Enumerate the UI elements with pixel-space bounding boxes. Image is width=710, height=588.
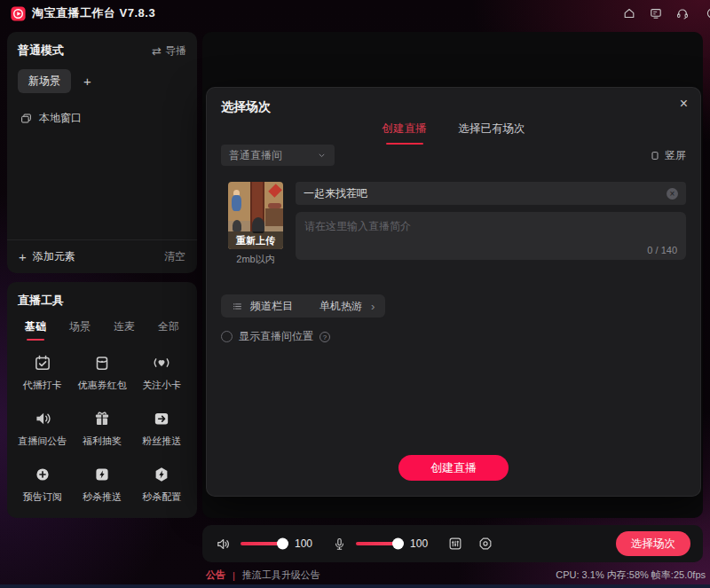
cover-art-counter [265,208,283,226]
chevron-down-icon [317,151,327,161]
portrait-label: 竖屏 [665,148,686,163]
clear-button[interactable]: 清空 [164,249,185,264]
show-location-option[interactable]: 显示直播间位置 ? [221,329,330,344]
notice-text: 推流工具升级公告 [242,568,320,582]
title-bar: 淘宝直播工作台 V7.8.3 [0,0,710,27]
announcement-icon [33,409,52,428]
mic-icon[interactable] [332,537,347,552]
volume-slider[interactable] [241,542,287,545]
director-label: 导播 [165,43,186,59]
room-type-select[interactable]: 普通直播间 [221,145,335,166]
clear-input-icon[interactable]: × [667,188,678,200]
announcement-bar[interactable]: 公告 | 推流工具升级公告 [206,568,320,582]
scene-panel-title: 普通模式 [18,43,64,59]
live-desc-input[interactable] [296,212,686,260]
tool-tab-scene[interactable]: 场景 [69,319,91,341]
swap-icon: ⇄ [152,44,162,58]
tab-create-live[interactable]: 创建直播 [383,122,427,145]
window-icon [20,112,33,125]
tool-seckill-push[interactable]: 秒杀推送 [72,465,131,504]
red-packet-icon [92,353,112,372]
volume-value: 100 [295,537,312,550]
tool-follow-card[interactable]: 关注小卡 [132,353,192,392]
cover-size-hint: 2mb以内 [228,253,283,266]
fan-push-icon [152,409,171,428]
tool-seckill-config[interactable]: 秒杀配置 [132,465,192,504]
help-icon[interactable]: ? [320,332,330,342]
tool-tab-basic[interactable]: 基础 [25,319,46,341]
home-icon[interactable] [622,6,636,20]
modal-title: 选择场次 [221,99,271,115]
gift-icon [92,409,112,428]
chevron-right-icon: › [371,300,375,313]
tool-fan-push[interactable]: 粉丝推送 [132,409,192,448]
category-label: 频道栏目 [250,299,293,314]
volume-slider-knob[interactable] [277,538,288,550]
tool-preview-subscribe[interactable]: 预告订阅 [12,465,72,504]
close-icon[interactable]: × [680,96,688,112]
location-label: 显示直播间位置 [239,329,313,344]
performance-stats: CPU: 3.1% 内存:58% 帧率:25.0fps [556,568,706,582]
live-tools-panel: 直播工具 基础 场景 连麦 全部 代播打卡 [7,282,197,518]
cover-art-ornament [269,184,283,198]
tool-welfare-lottery[interactable]: 福利抽奖 [72,409,131,448]
tools-panel-title: 直播工具 [18,293,64,309]
tool-room-announcement[interactable]: 直播间公告 [12,409,72,448]
reupload-button[interactable]: 重新上传 [228,231,283,249]
follow-card-icon [152,353,171,372]
live-desc-field: 0 / 140 [296,212,686,260]
cover-art-figure [233,220,241,231]
monitor-icon[interactable] [649,6,663,20]
tab-select-existing[interactable]: 选择已有场次 [459,122,525,145]
more-icon[interactable] [702,6,710,20]
select-session-button[interactable]: 选择场次 [616,531,690,556]
settings-icon[interactable] [477,536,493,552]
director-mode-toggle[interactable]: ⇄ 导播 [152,43,186,59]
source-item-label: 本地窗口 [39,111,82,126]
headset-icon[interactable] [675,6,690,20]
tool-tab-link[interactable]: 连麦 [114,319,135,341]
scene-tab-new[interactable]: 新场景 [18,69,71,93]
mic-slider[interactable] [356,542,402,545]
flash-push-icon [92,465,112,484]
add-element-button[interactable]: + 添加元素 [19,249,75,264]
create-live-button[interactable]: 创建直播 [398,455,509,481]
mic-value: 100 [410,537,428,550]
mic-slider-knob[interactable] [392,538,404,550]
calendar-check-icon [33,353,52,372]
speaker-icon[interactable] [215,536,232,553]
location-checkbox[interactable] [221,331,233,342]
list-icon [232,301,243,312]
app-title: 淘宝直播工作台 V7.8.3 [32,5,155,21]
app-logo-icon [11,6,26,21]
add-element-label: 添加元素 [33,249,75,264]
subscribe-icon [33,465,52,484]
char-counter: 0 / 140 [647,245,677,255]
live-title-field: × [296,182,686,205]
scene-panel: 普通模式 ⇄ 导播 新场景 + 本地窗口 + 添加元素 清空 [7,32,197,273]
portrait-mode-toggle[interactable]: 竖屏 [650,145,686,166]
tool-daibo-daka[interactable]: 代播打卡 [12,353,72,392]
flash-config-icon [152,465,171,484]
taskbar-edge [0,584,710,588]
category-value: 单机热游 [320,299,362,314]
room-type-value: 普通直播间 [229,148,282,163]
category-selector[interactable]: 频道栏目 单机热游 › [221,294,385,318]
add-scene-icon[interactable]: + [83,74,91,89]
plus-icon: + [19,249,27,264]
notice-tag: 公告 [206,568,225,582]
portrait-screen-icon [650,150,660,161]
select-session-modal: 选择场次 × 创建直播 选择已有场次 普通直播间 竖屏 [206,87,701,497]
cover-image[interactable]: 重新上传 [228,182,283,249]
cover-art-figure [232,195,241,211]
cover-art-figure [268,203,281,209]
live-title-input[interactable] [304,187,661,200]
source-item-local-window[interactable]: 本地窗口 [7,104,197,133]
tool-coupon-redpacket[interactable]: 优惠券红包 [72,353,131,392]
control-bar: 100 100 选择场次 [202,525,703,562]
mixer-icon[interactable] [447,536,463,552]
notice-separator: | [233,570,235,581]
tool-tab-all[interactable]: 全部 [158,319,179,341]
